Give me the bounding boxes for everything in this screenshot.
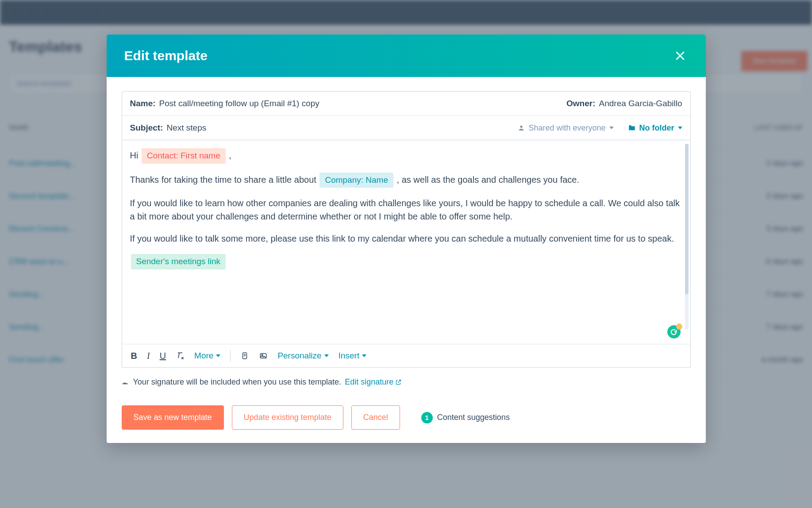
name-label: Name: — [130, 99, 156, 108]
meta-box: Name: Post call/meeting follow up (Email… — [122, 91, 691, 140]
clear-format-button[interactable] — [176, 351, 185, 360]
shared-label: Shared with everyone — [528, 123, 605, 133]
owner-label: Owner: — [566, 99, 595, 108]
chevron-down-icon — [609, 127, 614, 129]
text: , — [229, 150, 231, 160]
owner-value: Andrea Garcia-Gabillo — [599, 99, 682, 108]
chevron-down-icon — [216, 354, 220, 357]
text: If you would like to learn how other com… — [130, 196, 681, 223]
modal-header: Edit template — [107, 35, 706, 77]
subject-value[interactable]: Next steps — [166, 123, 206, 133]
text: Hi — [130, 150, 141, 160]
edit-template-modal: Edit template Name: Post call/meeting fo… — [107, 35, 706, 443]
text: Thanks for taking the time to share a li… — [130, 175, 319, 185]
token-company-name[interactable]: Company: Name — [319, 173, 393, 188]
suggestion-count-badge: 1 — [421, 412, 433, 423]
scrollbar[interactable] — [685, 144, 689, 330]
scrollbar-thumb[interactable] — [685, 144, 689, 294]
editor-wrap: Hi Contact: First name , Thanks for taki… — [122, 140, 691, 368]
text: , as well as the goals and challenges yo… — [397, 175, 579, 185]
svg-point-2 — [520, 126, 523, 128]
signature-text: Your signature will be included when you… — [133, 377, 342, 387]
save-as-new-button[interactable]: Save as new template — [122, 405, 224, 430]
update-existing-button[interactable]: Update existing template — [232, 405, 343, 430]
token-contact-first-name[interactable]: Contact: First name — [142, 148, 226, 164]
folder-dropdown[interactable]: No folder — [628, 123, 682, 133]
folder-label: No folder — [639, 123, 674, 133]
cancel-button[interactable]: Cancel — [351, 405, 400, 430]
text: If you would like to talk some more, ple… — [130, 232, 681, 245]
italic-button[interactable]: I — [147, 351, 150, 361]
signature-note: Your signature will be included when you… — [122, 377, 691, 387]
token-meetings-link[interactable]: Sender's meetings link — [131, 254, 226, 269]
underline-button[interactable]: U — [160, 351, 166, 361]
modal-title: Edit template — [124, 48, 208, 63]
image-icon — [259, 352, 267, 360]
signature-icon — [122, 378, 130, 386]
chevron-down-icon — [324, 354, 329, 357]
person-icon — [518, 124, 525, 131]
personalize-dropdown[interactable]: Personalize — [277, 351, 328, 361]
snippet-button[interactable] — [240, 351, 249, 360]
folder-icon — [628, 124, 636, 132]
image-button[interactable] — [259, 351, 268, 360]
name-value[interactable]: Post call/meeting follow up (Email #1) c… — [159, 99, 319, 108]
bold-button[interactable]: B — [131, 351, 137, 361]
content-suggestions[interactable]: 1 Content suggestions — [421, 412, 510, 423]
external-link-icon — [395, 379, 402, 385]
insert-dropdown[interactable]: Insert — [339, 351, 367, 361]
chevron-down-icon — [362, 354, 366, 357]
snippet-icon — [241, 352, 249, 360]
modal-overlay: Edit template Name: Post call/meeting fo… — [0, 0, 812, 508]
chevron-down-icon — [678, 127, 682, 129]
more-dropdown[interactable]: More — [194, 351, 220, 361]
separator — [230, 350, 231, 362]
clear-format-icon — [176, 351, 185, 360]
edit-signature-link[interactable]: Edit signature — [345, 377, 402, 387]
grammarly-badge-icon[interactable] — [667, 325, 681, 339]
close-icon[interactable] — [672, 48, 688, 64]
modal-footer: Save as new template Update existing tem… — [122, 405, 691, 430]
suggestion-label: Content suggestions — [437, 413, 510, 422]
subject-label: Subject: — [130, 123, 163, 133]
shared-dropdown[interactable]: Shared with everyone — [518, 123, 613, 133]
editor-toolbar: B I U More — [122, 344, 690, 367]
template-body-editor[interactable]: Hi Contact: First name , Thanks for taki… — [122, 140, 690, 344]
